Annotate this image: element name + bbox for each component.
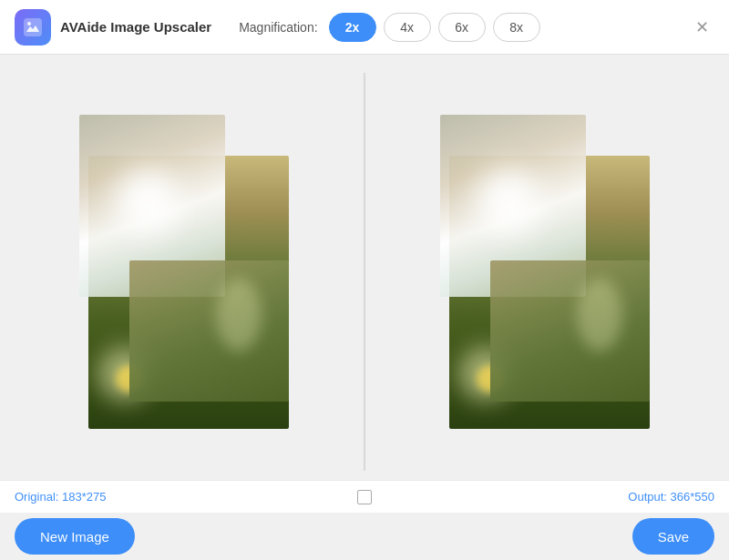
image-bottom-card xyxy=(129,260,289,402)
mag-4x-button[interactable]: 4x xyxy=(384,13,431,42)
action-bar: New Image Save xyxy=(0,513,729,560)
output-image-panel xyxy=(370,73,720,471)
main-area: Original: 183*275 Output: 366*550 New Im… xyxy=(0,55,729,560)
compare-icon[interactable] xyxy=(357,490,372,504)
mag-8x-button[interactable]: 8x xyxy=(493,13,540,42)
compare-toggle xyxy=(248,490,481,504)
magnification-label: Magnification: xyxy=(239,20,317,35)
title-bar: AVAide Image Upscaler Magnification: 2x … xyxy=(0,0,729,55)
mag-6x-button[interactable]: 6x xyxy=(438,13,486,42)
output-dimensions: Output: 366*550 xyxy=(481,490,714,504)
app-title: AVAide Image Upscaler xyxy=(60,19,211,35)
svg-point-1 xyxy=(27,22,31,25)
output-image-bottom-card xyxy=(490,260,650,402)
svg-rect-0 xyxy=(24,18,42,36)
status-bar: Original: 183*275 Output: 366*550 xyxy=(0,480,729,513)
original-image-panel xyxy=(9,73,359,471)
images-container xyxy=(0,55,729,480)
panel-divider xyxy=(364,73,365,471)
save-button[interactable]: Save xyxy=(632,518,714,555)
mag-2x-button[interactable]: 2x xyxy=(329,13,376,42)
magnification-controls: 2x 4x 6x 8x xyxy=(329,13,540,42)
original-image xyxy=(79,115,289,429)
new-image-button[interactable]: New Image xyxy=(15,518,135,555)
close-button[interactable]: ✕ xyxy=(689,15,714,40)
app-logo xyxy=(15,9,51,46)
output-image xyxy=(440,115,650,429)
original-dimensions: Original: 183*275 xyxy=(15,490,248,504)
